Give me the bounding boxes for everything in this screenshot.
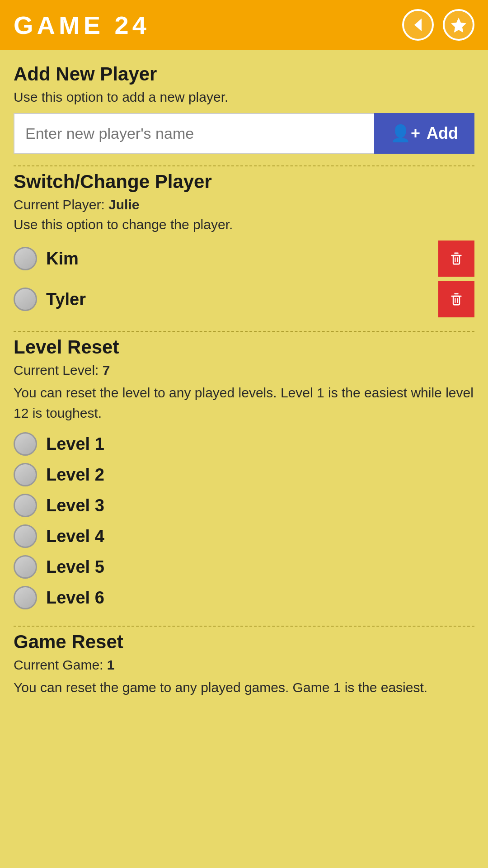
trash-icon-kim	[448, 250, 465, 267]
level-label-6: Level 6	[46, 588, 104, 608]
radio-level-3[interactable]	[14, 494, 37, 517]
radio-level-5[interactable]	[14, 555, 37, 579]
level-row-6: Level 6	[14, 586, 474, 609]
game-reset-section: Game Reset Current Game: 1 You can reset…	[14, 631, 474, 716]
star-icon	[443, 9, 474, 41]
player-row-tyler: Tyler	[14, 281, 474, 317]
level-row-2: Level 2	[14, 463, 474, 486]
current-player-info: Current Player: Julie	[14, 197, 474, 212]
current-player-label: Current Player:	[14, 197, 108, 212]
game-reset-desc: You can reset the game to any played gam…	[14, 677, 474, 698]
radio-level-4[interactable]	[14, 524, 37, 548]
add-player-desc: Use this option to add a new player.	[14, 90, 474, 105]
level-reset-section: Level Reset Current Level: 7 You can res…	[14, 336, 474, 627]
current-game-info: Current Game: 1	[14, 657, 474, 673]
back-button[interactable]	[402, 9, 434, 41]
favorites-button[interactable]	[443, 9, 474, 41]
level-label-2: Level 2	[46, 465, 104, 485]
svg-rect-2	[453, 255, 460, 264]
current-player-name: Julie	[108, 197, 139, 212]
game-reset-title: Game Reset	[14, 631, 474, 653]
current-level-label: Current Level:	[14, 363, 103, 377]
level-reset-title: Level Reset	[14, 336, 474, 358]
player-name-kim: Kim	[46, 249, 438, 269]
level-row-3: Level 3	[14, 494, 474, 517]
header-actions	[402, 9, 474, 41]
level-label-5: Level 5	[46, 557, 104, 577]
player-row-kim: Kim	[14, 241, 474, 277]
switch-player-title: Switch/Change Player	[14, 171, 474, 193]
current-level-info: Current Level: 7	[14, 363, 474, 378]
app-header: GAME 24	[0, 0, 488, 50]
switch-player-desc: Use this option to change the player.	[14, 217, 474, 232]
app-title: GAME 24	[14, 10, 150, 40]
level-row-5: Level 5	[14, 555, 474, 579]
delete-kim-button[interactable]	[438, 241, 474, 277]
trash-icon-tyler	[448, 291, 465, 308]
current-game-value: 1	[107, 657, 115, 672]
level-reset-desc: You can reset the level to any played le…	[14, 382, 474, 423]
main-content: Add New Player Use this option to add a …	[0, 50, 488, 738]
radio-level-1[interactable]	[14, 432, 37, 456]
delete-tyler-button[interactable]	[438, 281, 474, 317]
add-new-player-section: Add New Player Use this option to add a …	[14, 63, 474, 166]
radio-level-6[interactable]	[14, 586, 37, 609]
radio-tyler[interactable]	[14, 288, 37, 311]
player-name-tyler: Tyler	[46, 290, 438, 309]
level-label-4: Level 4	[46, 527, 104, 546]
switch-player-section: Switch/Change Player Current Player: Jul…	[14, 171, 474, 332]
player-name-input[interactable]	[14, 113, 374, 154]
current-game-label: Current Game:	[14, 657, 107, 672]
radio-kim[interactable]	[14, 247, 37, 270]
svg-marker-1	[451, 18, 466, 33]
level-label-3: Level 3	[46, 496, 104, 515]
radio-level-2[interactable]	[14, 463, 37, 486]
add-button-label: Add	[427, 124, 458, 143]
add-user-icon: 👤+	[390, 124, 420, 143]
add-player-button[interactable]: 👤+ Add	[374, 113, 474, 154]
level-label-1: Level 1	[46, 434, 104, 454]
current-level-value: 7	[103, 363, 110, 377]
level-row-1: Level 1	[14, 432, 474, 456]
back-arrow-icon	[402, 9, 434, 41]
add-player-title: Add New Player	[14, 63, 474, 85]
level-row-4: Level 4	[14, 524, 474, 548]
add-player-row: 👤+ Add	[14, 113, 474, 154]
svg-rect-7	[453, 296, 460, 305]
svg-marker-0	[414, 19, 422, 31]
